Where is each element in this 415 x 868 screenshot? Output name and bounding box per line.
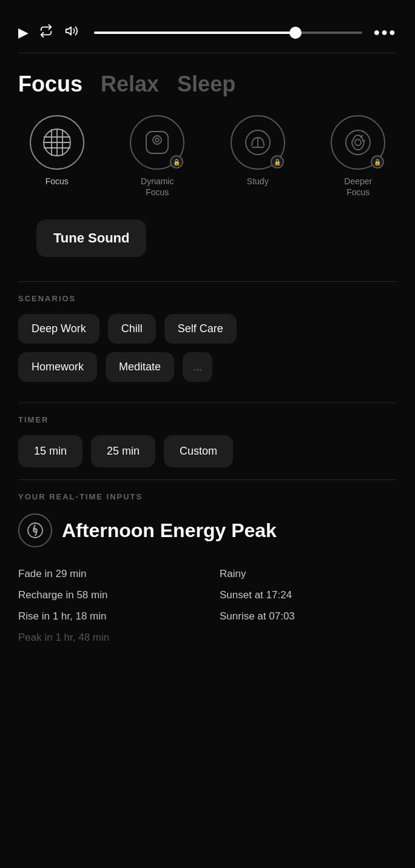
- timer-custom[interactable]: Custom: [164, 435, 233, 467]
- energy-icon: [18, 513, 52, 547]
- svg-point-15: [355, 139, 361, 145]
- player-bar: ▶ ●●●: [0, 0, 415, 53]
- timer-options: 15 min 25 min Custom: [18, 435, 397, 467]
- preset-dynamic-focus-label: DynamicFocus: [141, 176, 174, 198]
- presets-row: Focus 🔒 DynamicFocus: [0, 109, 415, 210]
- lock-icon: 🔒: [170, 155, 183, 169]
- energy-title: Afternoon Energy Peak: [62, 519, 277, 542]
- mode-tabs: Focus Relax Sleep: [0, 53, 415, 109]
- scenario-chill[interactable]: Chill: [108, 314, 156, 344]
- stat-recharge: Recharge in 58 min: [18, 587, 195, 604]
- lock-icon: 🔒: [271, 155, 284, 169]
- scenarios-row-2: Homework Meditate ...: [18, 352, 397, 382]
- volume-slider[interactable]: [94, 32, 362, 34]
- stat-peak: Peak in 1 hr, 48 min: [18, 629, 195, 647]
- stat-sunrise: Sunrise at 07:03: [220, 608, 397, 626]
- timer-15min[interactable]: 15 min: [18, 435, 83, 467]
- timer-label: TIMER: [18, 415, 397, 424]
- tab-focus[interactable]: Focus: [18, 72, 83, 97]
- repeat-button[interactable]: [39, 24, 53, 41]
- preset-study[interactable]: 🔒 Study: [213, 115, 303, 187]
- scenario-deep-work[interactable]: Deep Work: [18, 314, 100, 344]
- more-options-button[interactable]: ●●●: [373, 26, 397, 39]
- scenarios-section: SCENARIOS Deep Work Chill Self Care Home…: [0, 282, 415, 402]
- scenario-self-care[interactable]: Self Care: [164, 314, 237, 344]
- svg-rect-8: [146, 132, 168, 153]
- svg-point-10: [155, 138, 159, 142]
- realtime-section: YOUR REAL-TIME INPUTS Afternoon Energy P…: [0, 480, 415, 665]
- preset-focus-label: Focus: [46, 176, 69, 187]
- preset-deeper-focus[interactable]: 🔒 DeeperFocus: [314, 115, 403, 198]
- stat-rise: Rise in 1 hr, 18 min: [18, 608, 195, 626]
- preset-focus[interactable]: Focus: [12, 115, 102, 187]
- tune-sound-button[interactable]: Tune Sound: [36, 219, 146, 257]
- scenarios-label: SCENARIOS: [18, 294, 397, 303]
- preset-deeper-focus-label: DeeperFocus: [344, 176, 372, 198]
- realtime-label: YOUR REAL-TIME INPUTS: [18, 492, 397, 501]
- tab-sleep[interactable]: Sleep: [177, 72, 235, 97]
- timer-25min[interactable]: 25 min: [91, 435, 155, 467]
- svg-point-19: [33, 529, 37, 532]
- scenario-more[interactable]: ...: [183, 352, 212, 382]
- volume-icon: [64, 24, 79, 41]
- svg-point-9: [153, 136, 161, 144]
- svg-marker-0: [66, 27, 71, 35]
- stat-fade: Fade in 29 min: [18, 566, 195, 583]
- stat-weather: Rainy: [220, 566, 397, 583]
- scenarios-row-1: Deep Work Chill Self Care: [18, 314, 397, 344]
- play-button[interactable]: ▶: [18, 25, 29, 41]
- scenario-homework[interactable]: Homework: [18, 352, 97, 382]
- tab-relax[interactable]: Relax: [101, 72, 159, 97]
- scenario-meditate[interactable]: Meditate: [106, 352, 174, 382]
- svg-point-14: [346, 130, 370, 155]
- stat-sunset: Sunset at 17:24: [220, 587, 397, 604]
- timer-section: TIMER 15 min 25 min Custom: [0, 403, 415, 479]
- lock-icon: 🔒: [371, 155, 384, 169]
- preset-study-label: Study: [247, 176, 269, 187]
- stats-grid: Fade in 29 min Recharge in 58 min Rise i…: [18, 566, 397, 647]
- energy-row: Afternoon Energy Peak: [18, 513, 397, 547]
- preset-dynamic-focus[interactable]: 🔒 DynamicFocus: [113, 115, 203, 198]
